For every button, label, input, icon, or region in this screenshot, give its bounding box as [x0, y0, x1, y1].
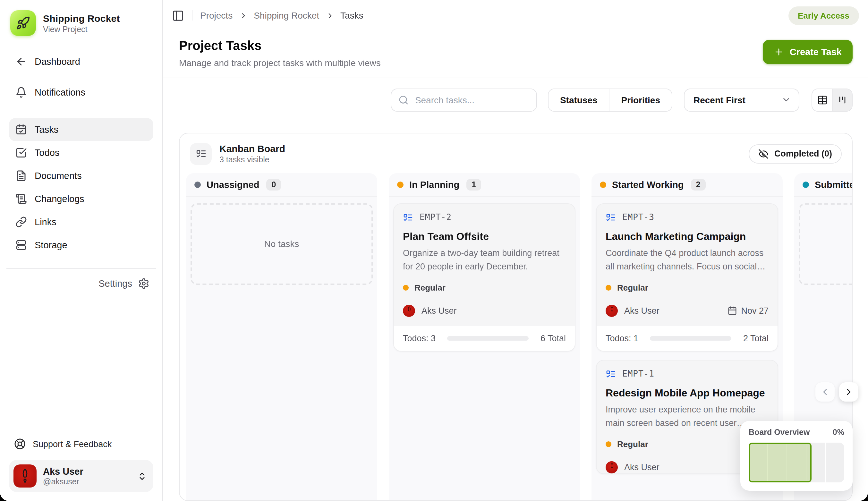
total-count: 6 Total [540, 333, 566, 343]
task-card-empt3[interactable]: EMPT-3 Launch Marketing Campaign Coordin… [596, 203, 778, 352]
board-icon-box [190, 143, 212, 165]
early-access-badge: Early Access [788, 6, 859, 25]
empty-dropzone: No tasks [191, 203, 373, 285]
sidebar-nav-main: Tasks Todos Documents Changelogs Links S… [9, 118, 153, 257]
breadcrumb-projects[interactable]: Projects [200, 10, 233, 21]
chevron-right-icon [844, 387, 854, 397]
create-task-label: Create Task [790, 47, 842, 57]
priority-label: Regular [617, 283, 648, 292]
statuses-filter-button[interactable]: Statuses [548, 89, 610, 111]
task-footer: Todos: 3 6 Total [394, 326, 575, 351]
column-unassigned: Unassigned 0 No tasks [186, 173, 377, 500]
column-header: Submitted [794, 173, 852, 197]
kanban-icon [837, 95, 847, 105]
sidebar-item-label: Tasks [35, 125, 58, 135]
status-dot [397, 182, 404, 188]
kanban-view-button[interactable] [832, 89, 852, 111]
table-icon [817, 95, 827, 105]
search-input[interactable] [391, 88, 537, 111]
status-dot [803, 182, 809, 188]
empty-dropzone [799, 203, 852, 285]
main-area: Projects Shipping Rocket Tasks Early Acc… [163, 0, 868, 501]
user-menu[interactable]: Aks User @aksuser [9, 460, 153, 492]
sidebar-item-tasks[interactable]: Tasks [9, 118, 153, 141]
sidebar-item-todos[interactable]: Todos [9, 141, 153, 164]
search-icon [398, 95, 409, 105]
table-view-button[interactable] [812, 89, 832, 111]
avatar [13, 465, 36, 488]
link-icon [15, 216, 27, 228]
sidebar-item-links[interactable]: Links [9, 210, 153, 234]
column-header: Started Working 2 [591, 173, 783, 197]
project-logo [10, 10, 36, 36]
sidebar-item-documents[interactable]: Documents [9, 164, 153, 187]
task-title: Launch Marketing Campaign [606, 231, 769, 243]
task-id: EMPT-2 [420, 213, 452, 222]
gear-icon [138, 278, 149, 289]
sidebar-toggle-icon[interactable] [172, 9, 184, 21]
breadcrumb-tasks[interactable]: Tasks [340, 10, 363, 21]
search-field [391, 88, 537, 111]
topbar-divider [192, 10, 192, 21]
chevron-right-icon [325, 11, 334, 20]
column-body: No tasks [186, 197, 377, 500]
task-title: Redesign Mobile App Homepage [606, 387, 769, 399]
board-header: Kanban Board 3 tasks visible Completed (… [180, 134, 852, 173]
task-card-empt2[interactable]: EMPT-2 Plan Team Offsite Organize a two-… [393, 203, 576, 352]
task-description: Coordinate the Q4 product launch across … [606, 247, 769, 274]
rocket-icon [16, 16, 30, 30]
user-handle: @aksuser [43, 477, 131, 486]
column-count-badge: 0 [266, 179, 281, 191]
sidebar-item-label: Changelogs [35, 194, 84, 204]
scroll-left-button[interactable] [815, 382, 835, 402]
life-buoy-icon [14, 438, 26, 450]
column-body: EMPT-2 Plan Team Offsite Organize a two-… [389, 197, 580, 500]
sidebar-item-storage[interactable]: Storage [9, 234, 153, 257]
sort-value: Recent First [694, 95, 746, 105]
toolbar: Statuses Priorities Recent First [163, 78, 868, 111]
sidebar-item-notifications[interactable]: Notifications [9, 81, 153, 104]
sidebar-item-dashboard[interactable]: Dashboard [9, 50, 153, 73]
file-text-icon [15, 170, 27, 182]
chevron-down-icon [781, 95, 791, 105]
support-feedback-label: Support & Feedback [33, 439, 111, 449]
status-dot [600, 182, 606, 188]
bell-icon [15, 87, 27, 98]
scroll-right-button[interactable] [839, 382, 858, 402]
priorities-filter-button[interactable]: Priorities [610, 89, 672, 111]
page-title: Project Tasks [179, 39, 381, 53]
breadcrumb-project[interactable]: Shipping Rocket [254, 10, 319, 21]
task-id: EMPT-3 [622, 213, 654, 222]
page-header: Project Tasks Manage and track project t… [163, 31, 868, 78]
create-task-button[interactable]: Create Task [763, 40, 853, 64]
column-name: Unassigned [206, 180, 259, 190]
calendar-icon [728, 306, 737, 316]
column-name: In Planning [409, 180, 459, 190]
assignee-name: Aks User [624, 462, 660, 472]
column-name: Submitted [815, 180, 852, 190]
app-window: Shipping Rocket View Project Dashboard N… [0, 0, 868, 501]
rocket-icon [607, 462, 616, 471]
overview-title: Board Overview [749, 428, 810, 437]
completed-toggle-button[interactable]: Completed (0) [749, 144, 842, 163]
minimap-viewport[interactable] [749, 443, 812, 482]
settings-button[interactable]: Settings [9, 269, 153, 289]
column-name: Started Working [612, 180, 684, 190]
sort-select[interactable]: Recent First [684, 88, 799, 111]
scroll-icon [15, 193, 27, 205]
board-minimap[interactable] [749, 443, 844, 482]
sidebar-item-changelogs[interactable]: Changelogs [9, 187, 153, 210]
total-count: 2 Total [743, 333, 769, 343]
support-feedback-button[interactable]: Support & Feedback [9, 438, 153, 450]
view-toggle [812, 88, 853, 111]
avatar [403, 305, 415, 317]
progress-bar [447, 336, 529, 341]
project-header[interactable]: Shipping Rocket View Project [9, 9, 153, 36]
avatar [606, 461, 618, 473]
plus-icon [774, 47, 784, 57]
priority-label: Regular [415, 283, 446, 292]
priority-dot [606, 441, 611, 447]
breadcrumb: Projects Shipping Rocket Tasks [200, 10, 363, 21]
priority-label: Regular [617, 439, 648, 449]
page-subtitle: Manage and track project tasks with mult… [179, 58, 381, 68]
